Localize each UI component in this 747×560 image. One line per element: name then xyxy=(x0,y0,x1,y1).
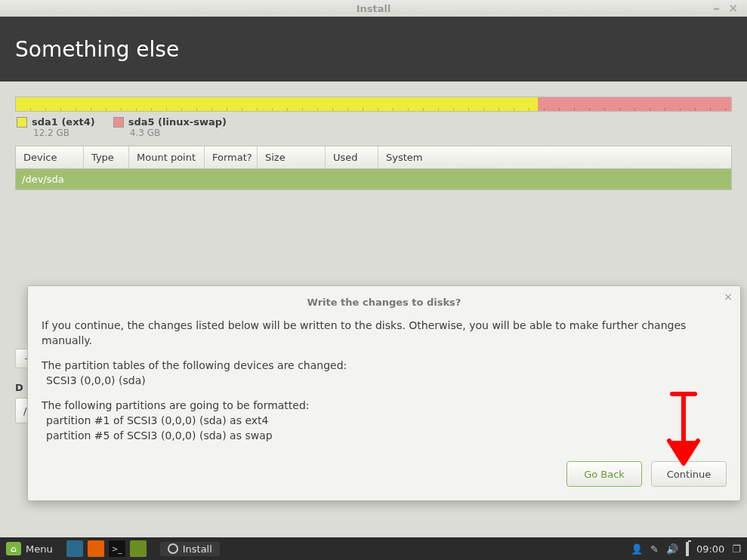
legend-size: 12.2 GB xyxy=(33,128,95,138)
col-size[interactable]: Size xyxy=(258,146,326,168)
window-titlebar: Install – × xyxy=(0,0,747,17)
confirm-write-dialog: × Write the changes to disks? If you con… xyxy=(27,285,741,501)
dialog-intro: If you continue, the changes listed belo… xyxy=(42,318,727,348)
usage-segment-sda1 xyxy=(16,97,538,111)
go-back-button[interactable]: Go Back xyxy=(566,461,642,487)
dialog-title: Write the changes to disks? xyxy=(42,297,727,308)
col-system[interactable]: System xyxy=(378,146,731,168)
col-type[interactable]: Type xyxy=(84,146,129,168)
network-icon[interactable]: ✎ xyxy=(650,543,659,555)
volume-icon[interactable]: 🔊 xyxy=(666,543,678,555)
files-launcher[interactable] xyxy=(130,540,147,557)
partition-legend: sda1 (ext4) 12.2 GB sda5 (linux-swap) 4.… xyxy=(15,112,732,146)
page-title: Something else xyxy=(15,37,179,62)
legend-item-sda5: sda5 (linux-swap) 4.3 GB xyxy=(113,116,227,138)
dialog-changed-device: SCSI3 (0,0,0) (sda) xyxy=(46,374,727,389)
window-minimize-button[interactable]: – xyxy=(708,0,724,17)
legend-item-sda1: sda1 (ext4) 12.2 GB xyxy=(17,116,95,138)
taskbar: ⌂ Menu >_ Install 👤 ✎ 🔊 09:00 ❐ xyxy=(0,537,747,560)
legend-swatch-yellow xyxy=(17,117,27,128)
partition-table: Device Type Mount point Format? Size Use… xyxy=(15,146,732,190)
user-icon[interactable]: 👤 xyxy=(631,543,643,555)
clock[interactable]: 09:00 xyxy=(696,543,724,555)
workspace-switcher-icon[interactable]: ❐ xyxy=(732,543,741,555)
continue-button[interactable]: Continue xyxy=(651,461,727,487)
partition-table-header: Device Type Mount point Format? Size Use… xyxy=(16,146,731,169)
taskbar-window-install[interactable]: Install xyxy=(160,542,220,556)
battery-icon[interactable] xyxy=(686,543,689,555)
terminal-launcher[interactable]: >_ xyxy=(109,540,125,557)
window-close-button[interactable]: × xyxy=(724,0,742,17)
dialog-format-heading: The following partitions are going to be… xyxy=(42,398,727,414)
legend-swatch-pink xyxy=(113,117,124,128)
taskbar-window-title: Install xyxy=(183,543,212,555)
col-mount-point[interactable]: Mount point xyxy=(129,146,205,168)
menu-button[interactable]: Menu xyxy=(26,543,53,555)
dialog-changed-heading: The partition tables of the following de… xyxy=(42,358,727,374)
dialog-format-line2: partition #5 of SCSI3 (0,0,0) (sda) as s… xyxy=(46,429,727,444)
mint-menu-icon[interactable]: ⌂ xyxy=(6,542,21,555)
legend-name: sda5 (linux-swap) xyxy=(128,116,227,128)
dialog-format-line1: partition #1 of SCSI3 (0,0,0) (sda) as e… xyxy=(46,414,727,429)
firefox-launcher[interactable] xyxy=(88,540,104,557)
installer-header: Something else xyxy=(0,17,747,82)
window-title: Install xyxy=(357,3,391,14)
legend-size: 4.3 GB xyxy=(130,128,227,138)
col-used[interactable]: Used xyxy=(326,146,378,168)
partition-usage-bar xyxy=(15,97,732,112)
col-format[interactable]: Format? xyxy=(205,146,258,168)
table-row-selected[interactable]: /dev/sda xyxy=(16,169,731,189)
app-icon xyxy=(168,543,178,554)
usage-segment-sda5 xyxy=(538,97,731,111)
main-content: sda1 (ext4) 12.2 GB sda5 (linux-swap) 4.… xyxy=(0,82,747,537)
show-desktop-launcher[interactable] xyxy=(66,540,83,557)
dialog-close-button[interactable]: × xyxy=(724,291,733,303)
legend-name: sda1 (ext4) xyxy=(32,116,95,128)
col-device[interactable]: Device xyxy=(16,146,84,168)
